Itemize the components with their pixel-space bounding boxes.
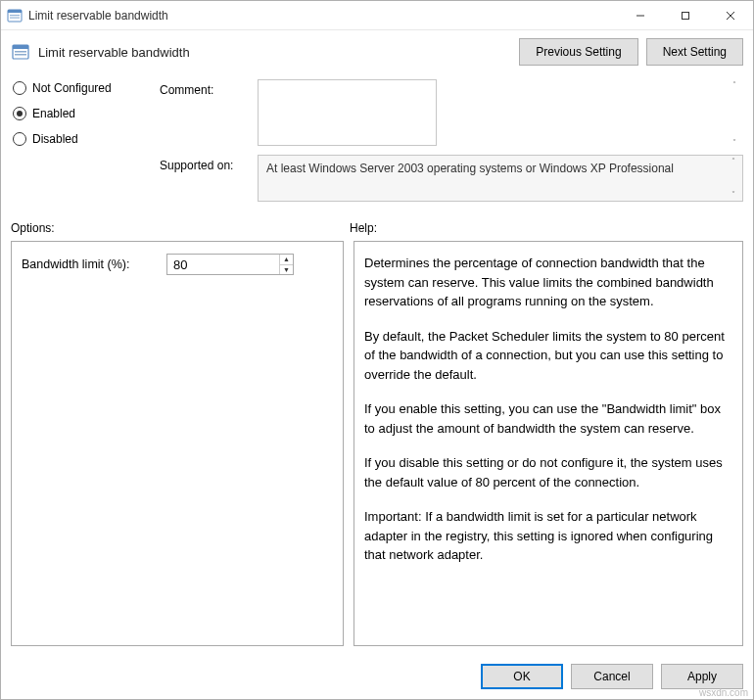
help-paragraph: Determines the percentage of connection … [364,254,732,311]
radio-label: Enabled [32,107,75,120]
state-radio-group: Not Configured Enabled Disabled [13,79,160,146]
help-paragraph: If you disable this setting or do not co… [364,453,732,491]
watermark-text: wsxdn.com [699,687,748,698]
help-heading: Help: [350,221,743,235]
svg-rect-2 [10,15,20,16]
radio-label: Not Configured [32,81,112,95]
chevron-down-icon[interactable]: ˅ [728,139,741,147]
config-area: Not Configured Enabled Disabled Comment:… [1,75,753,208]
content-panes: Bandwidth limit (%): ▲ ▼ Determines the … [1,241,753,656]
radio-icon [13,107,26,120]
previous-setting-button[interactable]: Previous Setting [519,38,637,66]
section-labels: Options: Help: [1,208,753,241]
svg-rect-11 [15,54,26,56]
spinner-down-icon[interactable]: ▼ [280,265,293,275]
cancel-button[interactable]: Cancel [571,664,653,689]
radio-icon [13,132,26,146]
minimize-button[interactable] [618,1,663,29]
svg-rect-1 [8,10,22,13]
supported-on-text: At least Windows Server 2003 operating s… [266,162,674,175]
options-heading: Options: [11,221,350,235]
dialog-button-row: OK Cancel Apply [1,656,753,699]
svg-rect-5 [683,12,689,19]
comment-textarea[interactable] [258,79,437,146]
policy-app-icon [7,8,23,23]
bandwidth-limit-label: Bandwidth limit (%): [22,257,159,271]
svg-rect-3 [10,17,20,18]
supported-on-label: Supported on: [160,155,258,172]
radio-disabled[interactable]: Disabled [13,132,160,146]
window-title: Limit reservable bandwidth [28,9,618,23]
bandwidth-limit-spinner[interactable]: ▲ ▼ [166,254,294,275]
close-button[interactable] [708,1,753,29]
bandwidth-limit-input[interactable] [167,255,279,274]
comment-scroll-icons: ˄ ˅ [728,81,741,147]
chevron-up-icon[interactable]: ˄ [728,81,741,89]
svg-rect-10 [15,51,26,53]
radio-not-configured[interactable]: Not Configured [13,81,160,95]
svg-rect-9 [13,45,28,49]
chevron-up-icon[interactable]: ˄ [727,158,740,165]
window-controls [618,1,753,29]
comment-label: Comment: [160,79,258,97]
next-setting-button[interactable]: Next Setting [646,38,743,66]
dialog-window: Limit reservable bandwidth Limit reserva… [0,0,754,700]
help-paragraph: If you enable this setting, you can use … [364,399,732,438]
ok-button[interactable]: OK [481,664,563,689]
spinner-up-icon[interactable]: ▲ [280,255,293,265]
options-pane: Bandwidth limit (%): ▲ ▼ [11,241,344,646]
chevron-down-icon[interactable]: ˅ [727,191,740,199]
apply-button[interactable]: Apply [661,664,743,689]
policy-object-icon [11,42,30,62]
supported-scroll-icons: ˄ ˅ [727,158,740,199]
help-pane: Determines the percentage of connection … [353,241,743,646]
help-paragraph: Important: If a bandwidth limit is set f… [364,507,732,565]
help-paragraph: By default, the Packet Scheduler limits … [364,327,732,385]
radio-enabled[interactable]: Enabled [13,107,160,120]
policy-title: Limit reservable bandwidth [38,45,511,60]
maximize-button[interactable] [663,1,708,29]
bandwidth-limit-row: Bandwidth limit (%): ▲ ▼ [22,254,333,275]
radio-icon [13,81,26,95]
radio-label: Disabled [32,132,78,146]
header-row: Limit reservable bandwidth Previous Sett… [1,30,753,75]
titlebar: Limit reservable bandwidth [1,1,753,30]
supported-on-box: At least Windows Server 2003 operating s… [258,155,743,202]
